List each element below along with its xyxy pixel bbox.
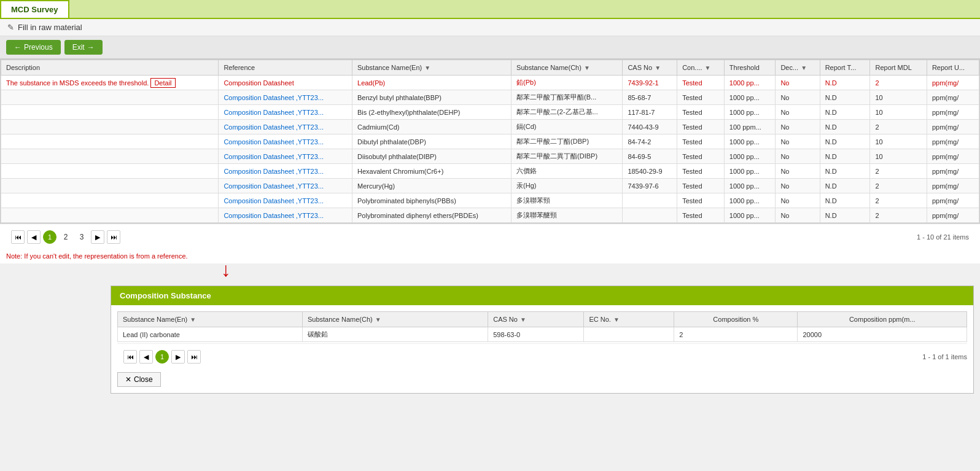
reference-cell[interactable]: Composition Datasheet ,YTT23... <box>219 105 352 120</box>
col-con: Con.... ▼ <box>677 60 725 76</box>
filter-icon[interactable]: ▼ <box>584 64 590 71</box>
report-mdl-cell: 2 <box>870 179 927 193</box>
report-mdl-cell: 2 <box>870 164 927 179</box>
reference-cell[interactable]: Composition Datasheet ,YTT23... <box>219 149 352 164</box>
substance-en-cell: Lead(Pb) <box>352 76 511 90</box>
report-u-cell: ppm(mg/ <box>927 76 979 90</box>
main-table-wrapper[interactable]: Description Reference Substance Name(En)… <box>0 59 980 224</box>
page-1-button[interactable]: 1 <box>43 230 56 244</box>
toolbar: ← Previous Exit → <box>0 36 980 59</box>
cas-no-cell: 84-69-5 <box>623 149 677 164</box>
col-report-t: Report T... <box>820 60 870 76</box>
filter-icon[interactable]: ▼ <box>801 64 807 71</box>
reference-cell[interactable]: Composition Datasheet ,YTT23... <box>219 90 352 105</box>
first-page-button[interactable]: ⏮ <box>11 230 25 244</box>
filter-icon[interactable]: ▼ <box>655 64 661 71</box>
arrow-left-icon: ← <box>14 43 21 52</box>
col-report-mdl: Report MDL <box>870 60 927 76</box>
substance-en-cell: Polybrominated diphenyl ethers(PBDEs) <box>352 208 511 223</box>
comp-page-info: 1 - 1 of 1 items <box>922 353 967 360</box>
report-u-cell: ppm(mg/ <box>927 208 979 223</box>
comp-header-row: Substance Name(En) ▼ Substance Name(Ch) … <box>118 312 967 327</box>
reference-cell[interactable]: Composition Datasheet ,YTT23... <box>219 208 352 223</box>
previous-button[interactable]: ← Previous <box>6 40 61 55</box>
filter-icon[interactable]: ▼ <box>613 316 620 323</box>
filter-icon[interactable]: ▼ <box>520 316 526 323</box>
table-row: Composition Datasheet ,YTT23...Diisobuty… <box>1 149 979 164</box>
col-report-u: Report U... <box>927 60 979 76</box>
close-x-icon: ✕ <box>125 375 131 384</box>
con-cell: Tested <box>677 149 725 164</box>
cas-no-cell <box>623 208 677 223</box>
cas-no-cell: 7439-97-6 <box>623 179 677 193</box>
report-mdl-cell: 10 <box>870 134 927 149</box>
substance-ch-cell: 鄰苯二甲酸二異丁酯(DIBP) <box>511 149 623 164</box>
substance-ch-cell: 鄰苯二甲酸丁酯苯甲酯(B... <box>511 90 623 105</box>
report-u-cell: ppm(mg/ <box>927 193 979 208</box>
reference-cell[interactable]: Composition Datasheet ,YTT23... <box>219 164 352 179</box>
close-button[interactable]: ✕ Close <box>117 372 161 387</box>
next-page-button[interactable]: ▶ <box>91 230 104 244</box>
substance-ch-cell: 多溴聯苯頸 <box>511 193 623 208</box>
comp-cell-3 <box>584 327 674 342</box>
filter-icon[interactable]: ▼ <box>705 64 711 71</box>
reference-cell[interactable]: Composition Datasheet <box>219 76 352 90</box>
table-row: Composition Datasheet ,YTT23...Mercury(H… <box>1 179 979 193</box>
report-u-cell: ppm(mg/ <box>927 179 979 193</box>
report-mdl-cell: 2 <box>870 208 927 223</box>
comp-first-button[interactable]: ⏮ <box>123 350 137 364</box>
arrow-container: ↓ <box>0 260 980 279</box>
dec-cell: No <box>776 120 820 134</box>
report-u-cell: ppm(mg/ <box>927 149 979 164</box>
substance-ch-cell: 鉛(Pb) <box>511 76 623 90</box>
reference-cell[interactable]: Composition Datasheet ,YTT23... <box>219 134 352 149</box>
comp-col-en: Substance Name(En) ▼ <box>118 312 303 327</box>
description-cell <box>1 164 219 179</box>
report-mdl-cell: 10 <box>870 105 927 120</box>
filter-icon[interactable]: ▼ <box>424 64 430 71</box>
report-mdl-cell: 2 <box>870 76 927 90</box>
page-3-button[interactable]: 3 <box>75 230 88 244</box>
last-page-button[interactable]: ⏭ <box>107 230 120 244</box>
substance-en-cell: Diisobutyl phthalate(DIBP) <box>352 149 511 164</box>
reference-cell[interactable]: Composition Datasheet ,YTT23... <box>219 193 352 208</box>
reference-cell[interactable]: Composition Datasheet ,YTT23... <box>219 120 352 134</box>
exit-button[interactable]: Exit → <box>64 40 103 55</box>
table-row: Composition Datasheet ,YTT23...Hexavalen… <box>1 164 979 179</box>
con-cell: Tested <box>677 208 725 223</box>
reference-cell[interactable]: Composition Datasheet ,YTT23... <box>219 179 352 193</box>
cas-no-cell <box>623 193 677 208</box>
arrow-right-icon: → <box>87 43 95 52</box>
threshold-cell: 1000 pp... <box>724 164 776 179</box>
table-row: Composition Datasheet ,YTT23...Dibutyl p… <box>1 134 979 149</box>
description-cell <box>1 90 219 105</box>
prev-page-button[interactable]: ◀ <box>27 230 41 244</box>
report-t-cell: N.D <box>820 149 870 164</box>
comp-page-1-button[interactable]: 1 <box>155 350 169 364</box>
threshold-cell: 1000 pp... <box>724 76 776 90</box>
comp-col-ec: EC No. ▼ <box>584 312 674 327</box>
table-row: Composition Datasheet ,YTT23...Cadmium(C… <box>1 120 979 134</box>
detail-button[interactable]: Detail <box>150 78 175 88</box>
dec-cell: No <box>776 208 820 223</box>
mcd-survey-tab[interactable]: MCD Survey <box>0 0 69 18</box>
col-reference: Reference <box>219 60 352 76</box>
comp-next-button[interactable]: ▶ <box>171 350 185 364</box>
main-page-info: 1 - 10 of 21 items <box>917 233 975 241</box>
filter-icon[interactable]: ▼ <box>190 316 196 323</box>
comp-cell-2: 598-63-0 <box>488 327 584 342</box>
main-content: Description Reference Substance Name(En)… <box>0 59 980 263</box>
comp-pagination: ⏮ ◀ 1 ▶ ⏭ <box>117 346 207 367</box>
report-t-cell: N.D <box>820 105 870 120</box>
threshold-cell: 1000 pp... <box>724 134 776 149</box>
comp-prev-button[interactable]: ◀ <box>139 350 153 364</box>
substance-ch-cell: 六價鉻 <box>511 164 623 179</box>
table-row: Composition Datasheet ,YTT23...Bis (2-et… <box>1 105 979 120</box>
comp-cell-4: 2 <box>674 327 798 342</box>
comp-last-button[interactable]: ⏭ <box>187 350 201 364</box>
description-cell <box>1 208 219 223</box>
comp-col-cas: CAS No ▼ <box>488 312 584 327</box>
filter-icon[interactable]: ▼ <box>375 316 381 323</box>
threshold-cell: 100 ppm... <box>724 120 776 134</box>
page-2-button[interactable]: 2 <box>59 230 72 244</box>
